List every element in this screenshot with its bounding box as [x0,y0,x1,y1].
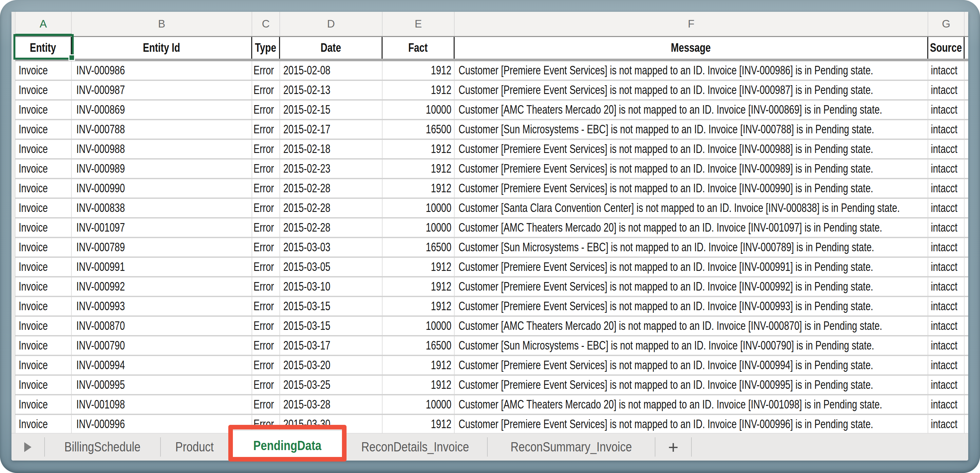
cell-entity-id[interactable]: INV-000838 [72,199,252,217]
cell-entity[interactable]: Invoice [15,415,72,433]
cell-type[interactable]: Error [252,81,280,99]
cell-fact[interactable]: 10000 [383,317,455,335]
cell-source[interactable]: intacct [928,258,965,276]
cell-source[interactable]: intacct [928,140,965,158]
cell-date[interactable]: 2015-02-18 [280,140,383,158]
cell-fact[interactable]: 1912 [383,179,455,197]
cell-entity[interactable]: Invoice [15,179,72,197]
column-letter-b[interactable]: B [72,12,252,36]
cell-source[interactable]: intacct [928,395,965,414]
cell-message[interactable]: Customer [Sun Microsystems - EBC] is not… [455,336,928,355]
column-letter-g[interactable]: G [928,12,965,36]
cell-fact[interactable]: 1912 [383,159,455,178]
cell-fact[interactable]: 16500 [383,336,455,355]
cell-entity[interactable]: Invoice [15,356,72,374]
cell-entity[interactable]: Invoice [15,297,72,315]
column-letter-d[interactable]: D [280,12,383,36]
cell-date[interactable]: 2015-02-28 [280,218,383,237]
cell-entity[interactable]: Invoice [15,395,72,414]
cell-entity-id[interactable]: INV-000986 [72,61,252,80]
cell-entity-id[interactable]: INV-000869 [72,100,252,119]
cell-date[interactable]: 2015-02-23 [280,159,383,178]
cell-source[interactable]: intacct [928,356,965,374]
cell-date[interactable]: 2015-02-28 [280,179,383,197]
cell-message[interactable]: Customer [Premiere Event Services] is no… [455,277,928,296]
cell-source[interactable]: intacct [928,120,965,139]
cell-type[interactable]: Error [252,199,280,217]
cell-type[interactable]: Error [252,159,280,178]
cell-date[interactable]: 2015-03-15 [280,297,383,315]
cell-type[interactable]: Error [252,277,280,296]
cell-type[interactable]: Error [252,218,280,237]
cell-entity[interactable]: Invoice [15,218,72,237]
column-letter-c[interactable]: C [252,12,280,36]
cell-source[interactable]: intacct [928,218,965,237]
cell-entity[interactable]: Invoice [15,100,72,119]
header-cell-date[interactable]: Date [280,37,383,59]
cell-fact[interactable]: 10000 [383,395,455,414]
cell-fact[interactable]: 1912 [383,277,455,296]
cell-entity-id[interactable]: INV-000870 [72,317,252,335]
column-letter-f[interactable]: F [455,12,928,36]
cell-fact[interactable]: 1912 [383,376,455,394]
header-cell-entity-id[interactable]: Entity Id [72,37,252,59]
cell-type[interactable]: Error [252,61,280,80]
cell-type[interactable]: Error [252,179,280,197]
cell-type[interactable]: Error [252,120,280,139]
cell-source[interactable]: intacct [928,100,965,119]
cell-entity-id[interactable]: INV-000990 [72,179,252,197]
fill-handle[interactable] [68,54,75,61]
cell-entity-id[interactable]: INV-000789 [72,238,252,256]
cell-message[interactable]: Customer [Premiere Event Services] is no… [455,61,928,80]
cell-type[interactable]: Error [252,140,280,158]
cell-type[interactable]: Error [252,317,280,335]
add-sheet-button[interactable]: + [655,433,691,460]
cell-entity[interactable]: Invoice [15,258,72,276]
cell-source[interactable]: intacct [928,297,965,315]
cell-entity-id[interactable]: INV-000995 [72,376,252,394]
header-cell-fact[interactable]: Fact [383,37,455,59]
cell-message[interactable]: Customer [Premiere Event Services] is no… [455,376,928,394]
cell-fact[interactable]: 1912 [383,81,455,99]
cell-entity-id[interactable]: INV-000988 [72,140,252,158]
cell-date[interactable]: 2015-03-05 [280,258,383,276]
cell-message[interactable]: Customer [Premiere Event Services] is no… [455,356,928,374]
cell-type[interactable]: Error [252,376,280,394]
cell-entity[interactable]: Invoice [15,376,72,394]
cell-entity-id[interactable]: INV-000790 [72,336,252,355]
cell-type[interactable]: Error [252,258,280,276]
cell-message[interactable]: Customer [AMC Theaters Mercado 20] is no… [455,395,928,414]
cell-entity[interactable]: Invoice [15,238,72,256]
cell-fact[interactable]: 1912 [383,61,455,80]
cell-fact[interactable]: 1912 [383,140,455,158]
cell-message[interactable]: Customer [Premiere Event Services] is no… [455,297,928,315]
column-letter-e[interactable]: E [383,12,455,36]
cell-entity[interactable]: Invoice [15,336,72,355]
cell-message[interactable]: Customer [Santa Clara Convention Center]… [455,199,928,217]
cell-entity[interactable]: Invoice [15,199,72,217]
cell-source[interactable]: intacct [928,179,965,197]
cell-entity-id[interactable]: INV-000987 [72,81,252,99]
cell-type[interactable]: Error [252,336,280,355]
sheet-tab-reconsummary-invoice[interactable]: ReconSummary_Invoice [488,433,655,460]
cell-entity[interactable]: Invoice [15,317,72,335]
cell-fact[interactable]: 1912 [383,415,455,433]
cell-entity-id[interactable]: INV-000788 [72,120,252,139]
cell-source[interactable]: intacct [928,159,965,178]
cell-entity-id[interactable]: INV-000993 [72,297,252,315]
cell-entity-id[interactable]: INV-000996 [72,415,252,433]
cell-date[interactable]: 2015-02-15 [280,100,383,119]
column-letter-a[interactable]: A [15,12,72,36]
cell-entity-id[interactable]: INV-001097 [72,218,252,237]
cell-source[interactable]: intacct [928,199,965,217]
cell-source[interactable]: intacct [928,317,965,335]
cell-entity[interactable]: Invoice [15,120,72,139]
cell-type[interactable]: Error [252,238,280,256]
cell-entity-id[interactable]: INV-001098 [72,395,252,414]
cell-message[interactable]: Customer [Premiere Event Services] is no… [455,179,928,197]
header-cell-source[interactable]: Source [928,37,965,59]
cell-date[interactable]: 2015-03-17 [280,336,383,355]
cell-type[interactable]: Error [252,100,280,119]
cell-message[interactable]: Customer [Premiere Event Services] is no… [455,159,928,178]
cell-date[interactable]: 2015-03-10 [280,277,383,296]
